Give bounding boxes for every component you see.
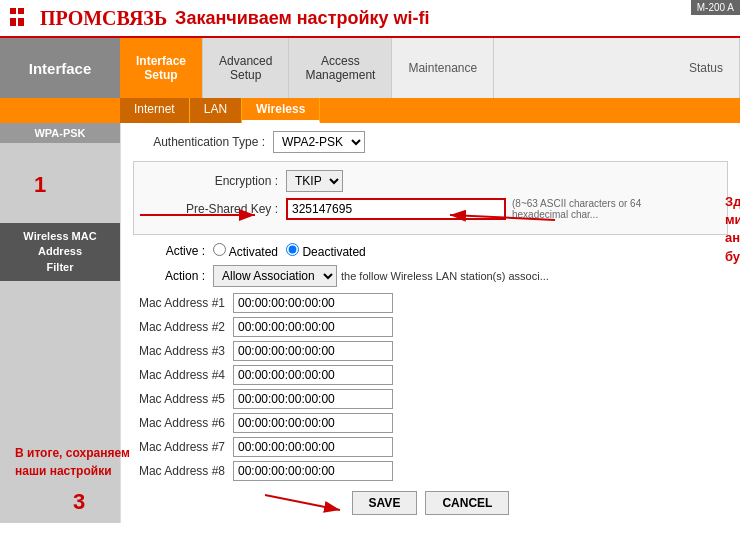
sub-tabs: Internet LAN Wireless: [0, 98, 740, 123]
svg-rect-2: [10, 18, 16, 26]
annotation-bottom: В итоге, сохраняем наши настройки: [15, 444, 130, 480]
wpa-section: 1 Encryption : TKIP Pre-Shared Key : (8~…: [133, 161, 728, 235]
mac-label-1: Mac Address #1: [133, 296, 233, 310]
mac-input-6[interactable]: [233, 413, 393, 433]
svg-rect-0: [10, 8, 16, 14]
encryption-row: Encryption : TKIP: [146, 170, 715, 192]
nav-sidebar-label: Interface: [0, 38, 120, 98]
mac-filter-section: В итоге, сохраняем наши настройки Active…: [133, 243, 728, 515]
encr-select[interactable]: TKIP: [286, 170, 343, 192]
button-row: 3 SAVE CANCEL: [133, 491, 728, 515]
header: ПРОМСВЯЗЬ Заканчиваем настройку wi-fi M-…: [0, 0, 740, 38]
table-row: Mac Address #3: [133, 341, 728, 361]
deactivated-radio-label[interactable]: Deactivated: [286, 243, 366, 259]
subtab-internet[interactable]: Internet: [120, 98, 190, 123]
nav-tabs: InterfaceSetup AdvancedSetup AccessManag…: [120, 38, 740, 98]
mac-input-5[interactable]: [233, 389, 393, 409]
table-row: Mac Address #1: [133, 293, 728, 313]
table-row: Mac Address #4: [133, 365, 728, 385]
subtab-lan[interactable]: LAN: [190, 98, 242, 123]
mac-input-2[interactable]: [233, 317, 393, 337]
activated-radio[interactable]: [213, 243, 226, 256]
table-row: Mac Address #6: [133, 413, 728, 433]
tab-status[interactable]: Status: [673, 38, 740, 98]
annotation-3: 3: [73, 489, 85, 515]
logo: ПРОМСВЯЗЬ: [8, 4, 167, 32]
nav-top: Interface InterfaceSetup AdvancedSetup A…: [0, 38, 740, 98]
main-content: Authentication Type : WPA2-PSK 1 Encrypt…: [120, 123, 740, 523]
deactivated-radio[interactable]: [286, 243, 299, 256]
auth-type-label: Authentication Type :: [133, 135, 273, 149]
page-title: Заканчиваем настройку wi-fi: [175, 8, 732, 29]
mac-label-8: Mac Address #8: [133, 464, 233, 478]
auth-type-row: Authentication Type : WPA2-PSK: [133, 131, 728, 153]
tab-access-management[interactable]: AccessManagement: [289, 38, 392, 98]
activated-radio-label[interactable]: Activated: [213, 243, 278, 259]
mac-input-8[interactable]: [233, 461, 393, 481]
svg-rect-1: [18, 8, 24, 14]
mac-input-3[interactable]: [233, 341, 393, 361]
action-row: Action : Allow Association the follow Wi…: [133, 265, 728, 287]
save-button[interactable]: SAVE: [352, 491, 418, 515]
mac-label-7: Mac Address #7: [133, 440, 233, 454]
mac-label-5: Mac Address #5: [133, 392, 233, 406]
tab-maintenance[interactable]: Maintenance: [392, 38, 494, 98]
active-label: Active :: [133, 244, 213, 258]
psk-label: Pre-Shared Key :: [146, 202, 286, 216]
cancel-button[interactable]: CANCEL: [425, 491, 509, 515]
sidebar-wpa-psk: WPA-PSK: [0, 123, 120, 143]
action-label: Action :: [133, 269, 213, 283]
mac-table: Mac Address #1 Mac Address #2 Mac Addres…: [133, 293, 728, 481]
action-text: the follow Wireless LAN station(s) assoc…: [341, 270, 549, 282]
mac-label-4: Mac Address #4: [133, 368, 233, 382]
table-row: Mac Address #7: [133, 437, 728, 457]
tab-interface-setup[interactable]: InterfaceSetup: [120, 38, 203, 98]
mac-label-6: Mac Address #6: [133, 416, 233, 430]
content-wrapper: WPA-PSK Wireless MAC Address Filter Auth…: [0, 123, 740, 523]
psk-row: Pre-Shared Key : (8~63 ASCII characters …: [146, 198, 715, 220]
subtab-wireless[interactable]: Wireless: [242, 98, 320, 123]
annotation-1: 1: [34, 172, 46, 198]
mac-input-4[interactable]: [233, 365, 393, 385]
sidebar-mac-filter: Wireless MAC Address Filter: [0, 223, 120, 281]
mac-label-3: Mac Address #3: [133, 344, 233, 358]
table-row: Mac Address #5: [133, 389, 728, 409]
table-row: Mac Address #8: [133, 461, 728, 481]
table-row: Mac Address #2: [133, 317, 728, 337]
logo-icon: [8, 4, 36, 32]
svg-rect-3: [18, 18, 24, 26]
psk-hint: (8~63 ASCII characters or 64 hexadecimal…: [512, 198, 641, 220]
mac-input-1[interactable]: [233, 293, 393, 313]
tab-advanced-setup[interactable]: AdvancedSetup: [203, 38, 289, 98]
active-row: Active : Activated Deactivated: [133, 243, 728, 259]
encr-label: Encryption :: [146, 174, 286, 188]
action-select[interactable]: Allow Association: [213, 265, 337, 287]
auth-type-select[interactable]: WPA2-PSK: [273, 131, 365, 153]
psk-input[interactable]: [286, 198, 506, 220]
mac-input-7[interactable]: [233, 437, 393, 457]
mac-label-2: Mac Address #2: [133, 320, 233, 334]
model-badge: M-200 A: [691, 0, 740, 15]
logo-text: ПРОМСВЯЗЬ: [40, 7, 167, 30]
